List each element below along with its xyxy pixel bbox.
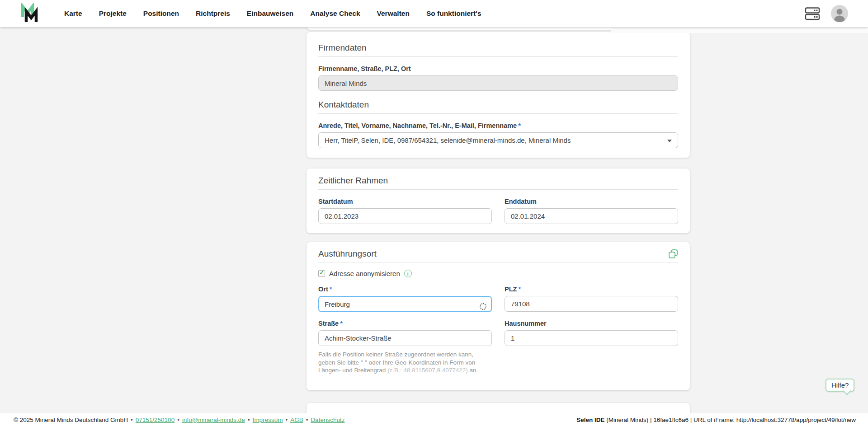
copyright-text: © 2025 Mineral Minds Deutschland GmbH [14,417,128,423]
footer-left: © 2025 Mineral Minds Deutschland GmbH • … [14,417,344,423]
main-navigation: Karte Projekte Positionen Richtpreis Ein… [64,9,481,18]
contact-select[interactable]: Herr, TitelP, Selen, IDE, 0987/654321, s… [318,132,678,148]
checkmark-icon: ✓ [319,269,324,276]
card-ausfuehrungsort: Ausführungsort ✓ Adresse anonymisieren i… [307,242,690,390]
section-title-zeitlicher-rahmen: Zeitlicher Rahmen [318,176,678,186]
enddatum-field[interactable] [505,208,678,224]
help-button[interactable]: Hilfe? [826,379,854,392]
ide-details: (Mineral Minds) | 16fae1ffc6a6 | URL of … [604,417,856,423]
contact-label: Anrede, Titel, Vorname, Nachname, Tel.-N… [318,122,678,130]
info-icon[interactable]: i [404,270,412,277]
separator-dot: • [285,417,288,423]
nav-item-richtpreis[interactable]: Richtpreis [196,9,230,18]
company-name-label: Firmenname, Straße, PLZ, Ort [318,65,678,73]
ort-label-text: Ort [318,286,328,293]
divider [318,113,678,114]
copy-icon[interactable] [668,249,678,259]
card-firmendaten: Firmendaten Firmenname, Straße, PLZ, Ort… [307,32,690,158]
nav-item-projekte[interactable]: Projekte [99,9,127,18]
iframe-top-strip [611,27,868,33]
nav-item-positionen[interactable]: Positionen [143,9,179,18]
section-title-ausfuehrungsort: Ausführungsort [318,249,377,259]
strasse-label-text: Straße [318,320,339,327]
footer-link-agb[interactable]: AGB [290,417,303,423]
ort-field[interactable] [318,296,492,312]
hausnummer-label: Hausnummer [505,319,678,328]
nav-item-karte[interactable]: Karte [64,9,82,18]
separator-dot: • [306,417,308,423]
required-asterisk: * [518,286,521,293]
required-asterisk: * [330,286,332,293]
footer-link-phone[interactable]: 07151/250100 [136,417,175,423]
strasse-helper-text: Falls die Position keiner Straße zugeord… [318,351,486,375]
divider [318,56,678,57]
required-asterisk: * [518,122,521,129]
plz-label-text: PLZ [505,286,517,293]
loading-spinner-icon [480,303,486,310]
required-asterisk: * [340,320,343,327]
server-stack-icon[interactable] [805,7,820,20]
separator-dot: • [131,417,133,423]
footer-link-email[interactable]: info@mineral-minds.de [182,417,245,423]
card-zeitlicher-rahmen: Zeitlicher Rahmen Startdatum Enddatum [307,169,690,233]
separator-dot: • [248,417,250,423]
nav-item-analyse-check[interactable]: Analyse Check [310,9,360,18]
company-name-field [318,75,678,91]
section-title-firmendaten: Firmendaten [318,43,678,53]
nav-item-verwalten[interactable]: Verwalten [377,9,410,18]
nav-item-so-funktionierts[interactable]: So funktioniert's [426,9,481,18]
ide-name: Selen IDE [576,417,604,423]
top-navbar: Karte Projekte Positionen Richtpreis Ein… [0,0,868,27]
footer: © 2025 Mineral Minds Deutschland GmbH • … [0,413,868,426]
footer-status: Selen IDE (Mineral Minds) | 16fae1ffc6a6… [576,417,856,423]
startdatum-label: Startdatum [318,197,492,206]
helper-text-after: an. [468,367,478,374]
contact-label-text: Anrede, Titel, Vorname, Nachname, Tel.-N… [318,122,517,129]
divider [318,262,678,262]
strasse-field[interactable] [318,330,492,346]
plz-field[interactable] [505,296,678,312]
startdatum-field[interactable] [318,208,492,224]
enddatum-label: Enddatum [505,197,678,206]
contact-select-value: Herr, TitelP, Selen, IDE, 0987/654321, s… [325,136,571,144]
section-title-kontaktdaten: Kontaktdaten [318,100,678,110]
footer-link-datenschutz[interactable]: Datenschutz [311,417,344,423]
separator-dot: • [177,417,179,423]
nav-item-einbauweisen[interactable]: Einbauweisen [247,9,293,18]
mineral-minds-logo-icon[interactable] [19,3,40,24]
strasse-label: Straße* [318,319,492,328]
anonymize-label: Adresse anonymisieren [329,270,400,277]
anonymize-checkbox[interactable]: ✓ [318,270,325,277]
helper-example: (z.B.: 48.8115607,9.4077422) [387,367,468,374]
plz-label: PLZ* [505,285,678,293]
hausnummer-field[interactable] [505,330,678,346]
user-avatar-icon[interactable] [831,5,848,22]
footer-link-impressum[interactable]: Impressum [253,417,283,423]
chevron-down-icon [667,140,672,142]
ort-label: Ort* [318,285,492,293]
